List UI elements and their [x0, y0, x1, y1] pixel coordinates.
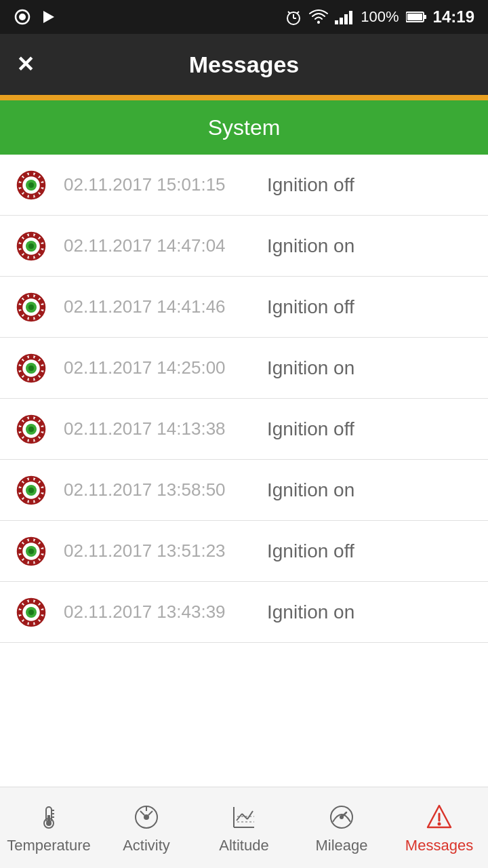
svg-rect-11: [344, 14, 348, 24]
svg-point-1: [19, 14, 26, 20]
message-row[interactable]: 02.11.2017 14:47:04Ignition on: [0, 216, 488, 277]
svg-point-36: [39, 250, 43, 254]
gear-icon: [14, 167, 49, 203]
status-left-icons: [14, 8, 56, 26]
svg-point-87: [23, 437, 28, 441]
svg-point-110: [39, 482, 43, 487]
message-timestamp: 02.11.2017 13:51:23: [64, 540, 260, 561]
message-gear-icon: [14, 167, 49, 203]
svg-point-20: [39, 189, 43, 193]
svg-point-103: [23, 498, 28, 502]
svg-point-131: [41, 610, 45, 614]
svg-point-88: [19, 433, 24, 437]
svg-point-21: [35, 193, 39, 197]
svg-point-106: [19, 482, 24, 487]
message-timestamp: 02.11.2017 15:01:15: [64, 174, 260, 195]
svg-point-26: [19, 177, 24, 182]
gear-icon: [14, 290, 49, 325]
message-status: Ignition on: [267, 601, 354, 623]
svg-rect-15: [424, 15, 426, 19]
nav-item-activity[interactable]: Activity: [98, 802, 195, 854]
thermometer-icon: [33, 802, 64, 833]
message-status: Ignition on: [267, 357, 354, 379]
svg-point-136: [19, 616, 24, 620]
message-row[interactable]: 02.11.2017 13:51:23Ignition off: [0, 521, 488, 582]
svg-point-39: [23, 254, 28, 258]
message-row[interactable]: 02.11.2017 14:41:46Ignition off: [0, 277, 488, 338]
message-timestamp: 02.11.2017 14:47:04: [64, 235, 260, 256]
record-icon: [14, 8, 31, 26]
svg-point-125: [35, 538, 39, 543]
svg-point-38: [29, 255, 34, 260]
svg-point-40: [19, 250, 24, 254]
wifi-icon: [309, 9, 328, 24]
svg-point-91: [23, 416, 28, 421]
svg-line-153: [140, 811, 144, 815]
svg-point-165: [340, 815, 344, 819]
svg-point-100: [39, 494, 43, 498]
svg-point-126: [39, 543, 43, 548]
svg-point-53: [35, 315, 39, 319]
svg-point-83: [41, 427, 45, 431]
message-timestamp: 02.11.2017 14:41:46: [64, 296, 260, 317]
svg-point-143: [28, 610, 34, 615]
svg-point-58: [19, 299, 24, 304]
svg-point-141: [35, 599, 39, 604]
svg-point-86: [29, 438, 34, 443]
svg-point-137: [18, 610, 22, 614]
message-status: Ignition on: [267, 235, 354, 257]
svg-point-140: [29, 598, 34, 603]
svg-point-89: [18, 427, 22, 431]
message-list: 02.11.2017 15:01:15Ignition off 02.11.20…: [0, 155, 488, 643]
svg-point-35: [41, 243, 45, 248]
close-button[interactable]: ✕: [16, 52, 35, 77]
system-banner-label: System: [208, 115, 281, 140]
nav-item-mileage[interactable]: Mileage: [293, 802, 390, 854]
message-status: Ignition off: [267, 418, 354, 440]
svg-point-118: [29, 560, 34, 565]
svg-point-76: [29, 354, 34, 359]
status-time: 14:19: [433, 7, 474, 26]
svg-line-155: [148, 811, 152, 815]
message-status: Ignition off: [267, 174, 354, 196]
signal-icon: [335, 9, 354, 24]
svg-point-23: [23, 193, 28, 197]
svg-point-72: [19, 372, 24, 376]
svg-point-104: [19, 494, 24, 498]
nav-item-altitude[interactable]: Altitude: [195, 802, 293, 854]
svg-point-25: [18, 182, 22, 187]
message-gear-icon: [14, 595, 49, 630]
nav-item-temperature[interactable]: Temperature: [0, 802, 98, 854]
message-timestamp: 02.11.2017 14:25:00: [64, 357, 260, 378]
svg-point-132: [39, 616, 43, 620]
svg-point-22: [29, 194, 34, 199]
svg-point-122: [19, 543, 24, 548]
svg-point-24: [19, 189, 24, 193]
message-timestamp: 02.11.2017 13:43:39: [64, 601, 260, 623]
svg-point-121: [18, 549, 22, 553]
svg-point-127: [28, 549, 34, 554]
message-row[interactable]: 02.11.2017 14:25:00Ignition on: [0, 338, 488, 399]
message-row[interactable]: 02.11.2017 14:13:38Ignition off: [0, 399, 488, 460]
gear-icon: [14, 229, 49, 264]
svg-point-108: [29, 476, 34, 481]
svg-rect-10: [340, 18, 343, 24]
svg-point-142: [39, 604, 43, 609]
svg-point-134: [29, 621, 34, 626]
message-row[interactable]: 02.11.2017 15:01:15Ignition off: [0, 155, 488, 216]
svg-rect-12: [349, 11, 352, 24]
nav-item-messages[interactable]: Messages: [390, 802, 488, 854]
message-row[interactable]: 02.11.2017 13:43:39Ignition on: [0, 582, 488, 643]
svg-point-29: [35, 172, 39, 177]
svg-point-147: [46, 821, 52, 826]
svg-point-45: [35, 233, 39, 238]
svg-point-123: [23, 538, 28, 543]
play-icon: [41, 9, 56, 24]
svg-point-46: [39, 238, 43, 243]
svg-point-135: [23, 620, 28, 625]
svg-point-107: [23, 477, 28, 482]
message-timestamp: 02.11.2017 14:13:38: [64, 418, 260, 439]
nav-label-mileage: Mileage: [315, 837, 367, 854]
mileage-icon: [326, 802, 357, 833]
message-row[interactable]: 02.11.2017 13:58:50Ignition on: [0, 460, 488, 521]
